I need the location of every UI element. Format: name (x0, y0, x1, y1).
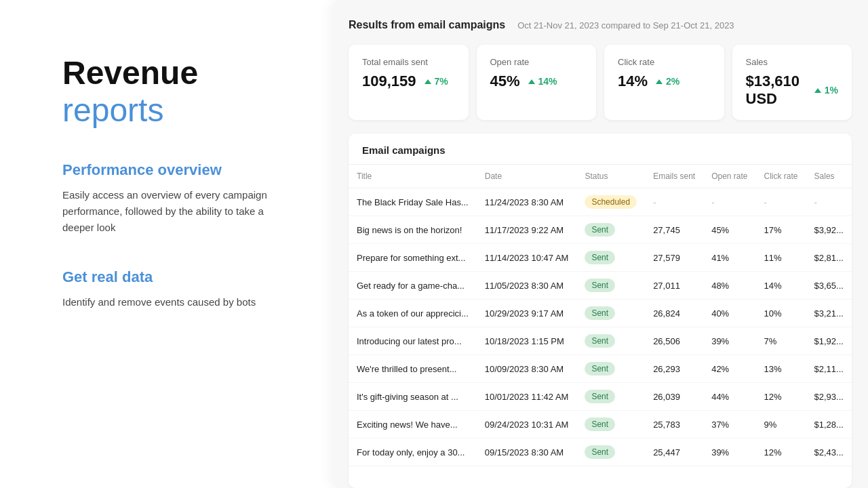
metric-card-2: Click rate 14% 2% (604, 45, 724, 120)
table-head: TitleDateStatusEmails sentOpen rateClick… (349, 165, 852, 188)
table-row[interactable]: Exciting news! We have...09/24/2023 10:3… (349, 411, 852, 439)
metric-value-2: 14% (618, 73, 648, 90)
performance-overview-desc: Easily access an overview of every campa… (62, 187, 292, 236)
status-badge: Sent (585, 445, 615, 459)
cell-click_rate: 10% (756, 300, 806, 327)
metric-change-3: 1% (814, 85, 838, 96)
real-data-desc: Identify and remove events caused by bot… (62, 294, 292, 310)
status-badge: Sent (585, 251, 615, 264)
cell-click_rate: 12% (756, 439, 806, 466)
cell-status: Scheduled (576, 188, 645, 216)
cell-title: Big news is on the horizon! (349, 216, 477, 244)
cell-date: 09/24/2023 10:31 AM (477, 411, 577, 439)
metric-value-row-3: $13,610 USD 1% (746, 73, 839, 108)
cell-emails_sent: 26,293 (645, 355, 703, 383)
table-row[interactable]: Introducing our latest pro...10/18/2023 … (349, 327, 852, 355)
metric-label-0: Total emails sent (362, 57, 455, 67)
metric-label-1: Open rate (490, 57, 583, 67)
metric-change-1: 14% (528, 76, 557, 87)
table-row[interactable]: Prepare for something ext...11/14/2023 1… (349, 244, 852, 272)
cell-open_rate: 40% (703, 300, 755, 327)
cell-emails_sent: 27,579 (645, 244, 703, 272)
cell-date: 11/24/2023 8:30 AM (477, 188, 577, 216)
metric-value-3: $13,610 USD (746, 73, 806, 108)
cell-date: 10/29/2023 9:17 AM (477, 300, 577, 327)
status-badge: Sent (585, 279, 615, 292)
cell-click_rate: 9% (756, 411, 806, 439)
cell-open_rate: 39% (703, 439, 755, 466)
col-header-5: Click rate (756, 165, 806, 188)
metric-value-0: 109,159 (362, 73, 416, 90)
cell-open_rate: 48% (703, 272, 755, 300)
status-badge: Sent (585, 418, 615, 431)
cell-sales: $3,21... (806, 300, 852, 327)
table-row[interactable]: As a token of our apprecici...10/29/2023… (349, 300, 852, 327)
status-badge: Sent (585, 223, 615, 237)
cell-title: Exciting news! We have... (349, 411, 477, 439)
cell-title: As a token of our apprecici... (349, 300, 477, 327)
status-badge: Scheduled (585, 195, 637, 209)
status-badge: Sent (585, 390, 615, 403)
cell-click_rate: - (756, 188, 806, 216)
cell-sales: $3,92... (806, 216, 852, 244)
cell-emails_sent: 27,745 (645, 216, 703, 244)
cell-status: Sent (576, 216, 645, 244)
cell-open_rate: 41% (703, 244, 755, 272)
cell-click_rate: 13% (756, 355, 806, 383)
cell-status: Sent (576, 355, 645, 383)
cell-status: Sent (576, 244, 645, 272)
arrow-up-icon-0 (425, 79, 431, 84)
col-header-0: Title (349, 165, 477, 188)
cell-date: 11/14/2023 10:47 AM (477, 244, 577, 272)
cell-title: Prepare for something ext... (349, 244, 477, 272)
metric-card-0: Total emails sent 109,159 7% (349, 45, 469, 120)
cell-date: 10/09/2023 8:30 AM (477, 355, 577, 383)
table-wrapper: TitleDateStatusEmails sentOpen rateClick… (349, 165, 852, 488)
cell-title: For today only, enjoy a 30... (349, 439, 477, 466)
cell-status: Sent (576, 383, 645, 411)
metric-value-row-0: 109,159 7% (362, 73, 455, 90)
cell-sales: $2,43... (806, 439, 852, 466)
cell-title: The Black Friday Sale Has... (349, 188, 477, 216)
metric-value-row-1: 45% 14% (490, 73, 583, 90)
cell-date: 11/17/2023 9:22 AM (477, 216, 577, 244)
table-row[interactable]: It's gift-giving season at ...10/01/2023… (349, 383, 852, 411)
table-row[interactable]: We're thrilled to present...10/09/2023 8… (349, 355, 852, 383)
results-date: Oct 21-Nov 21, 2023 compared to Sep 21-O… (517, 20, 734, 30)
cell-click_rate: 12% (756, 383, 806, 411)
cell-emails_sent: 27,011 (645, 272, 703, 300)
table-row[interactable]: Get ready for a game-cha...11/05/2023 8:… (349, 272, 852, 300)
cell-click_rate: 14% (756, 272, 806, 300)
cell-title: It's gift-giving season at ... (349, 383, 477, 411)
col-header-3: Emails sent (645, 165, 703, 188)
metric-label-2: Click rate (618, 57, 711, 67)
cell-open_rate: 45% (703, 216, 755, 244)
table-body: The Black Friday Sale Has...11/24/2023 8… (349, 188, 852, 466)
table-row[interactable]: The Black Friday Sale Has...11/24/2023 8… (349, 188, 852, 216)
performance-overview-section: Performance overview Easily access an ov… (62, 161, 292, 268)
cell-open_rate: 37% (703, 411, 755, 439)
cell-sales: - (806, 188, 852, 216)
table-row[interactable]: Big news is on the horizon!11/17/2023 9:… (349, 216, 852, 244)
left-panel: Revenue reports Performance overview Eas… (0, 0, 332, 488)
col-header-6: Sales (806, 165, 852, 188)
metric-card-1: Open rate 45% 14% (477, 45, 597, 120)
cell-sales: $2,93... (806, 383, 852, 411)
table-header-row: TitleDateStatusEmails sentOpen rateClick… (349, 165, 852, 188)
cell-emails_sent: 26,039 (645, 383, 703, 411)
campaigns-table: TitleDateStatusEmails sentOpen rateClick… (349, 165, 852, 466)
col-header-1: Date (477, 165, 577, 188)
results-title: Results from email campaigns (349, 19, 505, 31)
table-row[interactable]: For today only, enjoy a 30...09/15/2023 … (349, 439, 852, 466)
performance-overview-heading: Performance overview (62, 161, 292, 179)
cell-click_rate: 7% (756, 327, 806, 355)
col-header-2: Status (576, 165, 645, 188)
real-data-section: Get real data Identify and remove events… (62, 268, 292, 343)
metric-value-1: 45% (490, 73, 520, 90)
cell-emails_sent: 26,506 (645, 327, 703, 355)
cell-status: Sent (576, 411, 645, 439)
cell-status: Sent (576, 300, 645, 327)
campaigns-section: Email campaigns TitleDateStatusEmails se… (349, 134, 852, 488)
cell-emails_sent: 25,783 (645, 411, 703, 439)
cell-title: We're thrilled to present... (349, 355, 477, 383)
